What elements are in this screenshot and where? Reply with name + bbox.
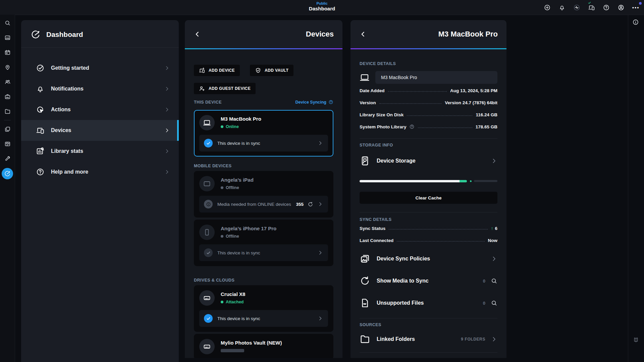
help-circle-icon[interactable] (409, 124, 415, 129)
device-sync-status-button[interactable] (588, 4, 595, 11)
sidebar-item-actions[interactable]: Actions (21, 99, 179, 120)
account-button[interactable] (618, 4, 625, 11)
sync-check-badge (204, 248, 213, 257)
back-button[interactable] (194, 31, 201, 38)
dotted-leader (379, 103, 441, 104)
rail-tools-button[interactable] (0, 151, 15, 166)
ellipsis-icon: ••• (632, 4, 640, 11)
rail-people-button[interactable] (0, 74, 15, 89)
calendar-icon (4, 49, 11, 56)
detail-row-system-photo-library: System Photo Library 178.65 GB (360, 120, 497, 132)
device-status: Offline (221, 234, 276, 239)
dashboard-gauge-icon (31, 29, 41, 40)
help-button[interactable] (603, 4, 610, 11)
info-button[interactable] (632, 19, 639, 25)
topbar: Public Dashboard ••• (0, 0, 644, 15)
photos-icon (4, 35, 11, 41)
search-icon[interactable] (491, 278, 497, 284)
drive-avatar (199, 339, 215, 354)
help-circle-icon (36, 168, 45, 176)
device-storage-row[interactable]: Device Storage (360, 154, 497, 168)
add-device-button[interactable]: ADD DEVICE (194, 65, 240, 76)
sync-status-row[interactable]: This device is in sync (199, 244, 328, 261)
phone-icon (203, 228, 211, 236)
people-icon (4, 79, 11, 85)
device-name: M3 MacBook Pro (221, 116, 261, 122)
section-divider (360, 212, 497, 213)
show-media-to-sync-row[interactable]: Show Media to Sync 0 (360, 274, 497, 288)
rail-folders-button[interactable] (0, 104, 15, 119)
sidebar-item-notifications[interactable]: Notifications (21, 78, 179, 99)
device-sync-policies-row[interactable]: Device Sync Policies (360, 251, 497, 266)
sync-status-row[interactable]: This device is in sync (199, 310, 328, 327)
chevron-right-icon (491, 255, 497, 262)
clear-cache-button[interactable]: Clear Cache (360, 192, 497, 204)
sync-status-row[interactable]: This device is in sync (199, 135, 328, 152)
add-media-button[interactable] (544, 4, 551, 11)
status-placeholder (221, 349, 244, 352)
laptop-icon (203, 119, 211, 127)
bar-chart-icon (36, 147, 45, 156)
chevron-right-icon (491, 158, 497, 164)
rail-dashboard-button[interactable] (2, 168, 13, 179)
sidebar-item-help[interactable]: Help and more (21, 162, 179, 182)
reference-guide-button[interactable] (633, 337, 639, 343)
device-card-mylio-vault[interactable]: Mylio Photos Vault (NEW) (194, 334, 333, 358)
folder-icon (4, 108, 11, 115)
dotted-leader (397, 241, 484, 242)
space-switcher[interactable]: Public Dashboard (309, 1, 335, 11)
status-dot (221, 235, 223, 238)
back-button[interactable] (359, 31, 367, 38)
external-drive-icon (203, 343, 211, 351)
activity-button[interactable] (573, 4, 580, 11)
laptop-icon (360, 72, 370, 82)
notification-dot (639, 2, 642, 5)
search-icon[interactable] (491, 300, 497, 306)
storage-track (474, 180, 497, 182)
chevron-right-icon (317, 140, 323, 146)
space-name: Public (309, 1, 335, 5)
add-guest-device-button[interactable]: ADD GUEST DEVICE (194, 83, 256, 94)
more-menu-button[interactable]: ••• (632, 4, 639, 11)
device-syncing-link[interactable]: Device Syncing (296, 100, 333, 105)
check-icon (588, 1, 591, 5)
rail-photos-button[interactable] (0, 30, 15, 45)
device-card-m3-macbook-pro[interactable]: M3 MacBook Pro Online This device is in … (194, 110, 333, 157)
help-circle-icon (603, 4, 610, 11)
device-card-crucial-x8[interactable]: Crucial X8 Attached This device is in sy… (194, 285, 333, 332)
device-card-iphone[interactable]: Angela’s iPhone 17 Pro Offline This devi… (194, 220, 333, 266)
mobile-devices-label: MOBILE DEVICES (194, 164, 232, 168)
last-connected-row: Last Connected Now (360, 234, 497, 246)
drives-clouds-label: DRIVES & CLOUDS (194, 278, 234, 283)
chevron-right-icon (164, 148, 170, 154)
linked-folders-row[interactable]: Linked Folders 9 FOLDERS (360, 331, 497, 347)
device-status: Online (221, 124, 261, 129)
rail-layout-button[interactable] (0, 136, 15, 151)
devices-icon (36, 126, 45, 135)
check-icon (206, 141, 211, 146)
notifications-button[interactable] (558, 4, 566, 11)
rail-map-button[interactable] (0, 60, 15, 74)
left-icon-rail (0, 15, 15, 362)
rail-copies-button[interactable] (0, 122, 15, 136)
chevron-right-icon (317, 201, 323, 207)
sidebar-item-library-stats[interactable]: Library stats (21, 141, 179, 162)
rail-calendar-button[interactable] (0, 45, 15, 60)
rail-albums-button[interactable] (0, 89, 15, 104)
unsupported-files-row[interactable]: Unsupported Files 0 (360, 296, 497, 310)
actions-click-icon (36, 105, 45, 114)
hard-drive-icon (360, 156, 370, 166)
add-vault-button[interactable]: ADD VAULT (250, 65, 293, 76)
external-drive-icon (203, 294, 211, 302)
sidebar-item-getting-started[interactable]: Getting started (21, 58, 179, 78)
person-plus-icon (199, 85, 205, 92)
media-needed-row[interactable]: Media needed from ONLINE devices 355 (199, 196, 328, 213)
rail-search-button[interactable] (0, 15, 15, 30)
device-card-ipad[interactable]: Angela’s iPad Offline Media needed from … (194, 171, 333, 218)
devices-panel-title: Devices (306, 30, 334, 39)
current-space-label: CURRENT SPACE (360, 357, 397, 358)
devices-icon (588, 4, 595, 11)
check-circle-icon (36, 64, 45, 72)
sidebar-item-devices[interactable]: Devices (21, 120, 179, 141)
device-name-input[interactable] (375, 71, 497, 84)
